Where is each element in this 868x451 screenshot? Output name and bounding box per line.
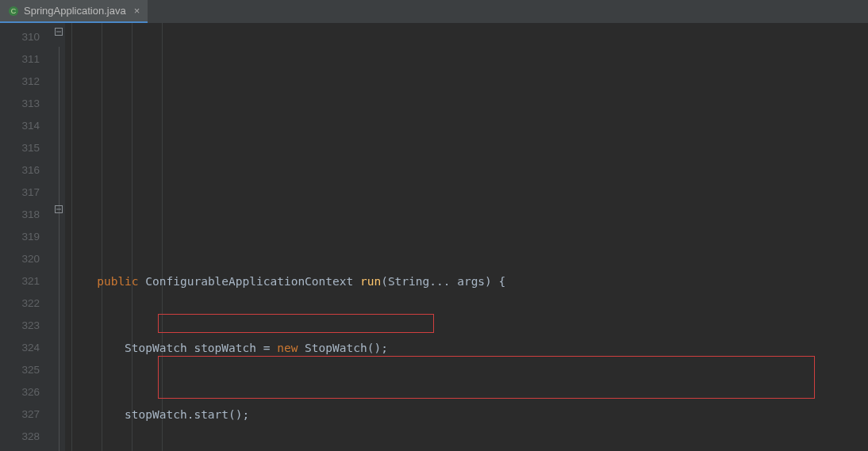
close-icon[interactable]: ×: [134, 5, 140, 17]
code-line: StopWatch stopWatch = new StopWatch();: [76, 337, 868, 359]
line-number: 317: [0, 182, 54, 204]
line-number: 313: [0, 93, 54, 115]
line-number: 315: [0, 137, 54, 159]
fold-marker-icon[interactable]: [55, 28, 63, 37]
code-line: stopWatch.start();: [76, 403, 868, 426]
editor-tab-bar: C SpringApplication.java ×: [0, 0, 868, 23]
line-number: 323: [0, 315, 54, 337]
fold-guide: [59, 47, 60, 451]
highlight-box: [158, 356, 815, 399]
line-number: 320: [0, 248, 54, 270]
java-class-icon: C: [8, 6, 19, 17]
line-number: 316: [0, 159, 54, 182]
line-number: 322: [0, 292, 54, 315]
line-number: 318: [0, 204, 54, 226]
line-number-gutter[interactable]: 3103113123133143153163173183193203213223…: [0, 23, 54, 451]
line-number: 325: [0, 359, 54, 381]
editor-shell: 3103113123133143153163173183193203213223…: [0, 23, 868, 451]
line-number: 328: [0, 426, 54, 448]
line-number: 324: [0, 337, 54, 359]
file-tab-label: SpringApplication.java: [24, 5, 126, 17]
fold-strip[interactable]: [54, 23, 65, 451]
line-number: 321: [0, 270, 54, 292]
svg-text:C: C: [11, 7, 17, 15]
code-line: public ConfigurableApplicationContext ru…: [76, 270, 868, 292]
code-area[interactable]: public ConfigurableApplicationContext ru…: [65, 23, 868, 451]
line-number: 311: [0, 48, 54, 71]
line-number: 326: [0, 381, 54, 403]
fold-marker-icon[interactable]: [55, 205, 63, 215]
line-number: 310: [0, 26, 54, 48]
line-number: 312: [0, 71, 54, 93]
highlight-box: [158, 314, 434, 333]
line-number: 314: [0, 115, 54, 137]
line-number: 327: [0, 403, 54, 426]
file-tab[interactable]: C SpringApplication.java ×: [0, 0, 148, 23]
line-number: 319: [0, 226, 54, 248]
